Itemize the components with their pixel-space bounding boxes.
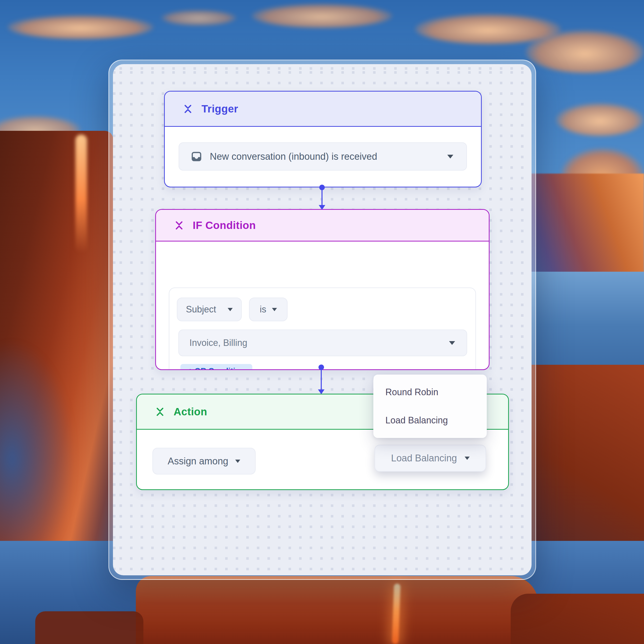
condition-field-value: Subject	[186, 304, 221, 315]
canyon-ridge-right	[523, 174, 644, 284]
canyon-rock-bottom-right	[511, 594, 644, 644]
connector-line	[321, 190, 323, 206]
arrow-down-icon	[318, 389, 325, 394]
assign-among-value: Assign among	[168, 456, 228, 467]
connector-dot	[318, 365, 324, 370]
condition-card-header: IF Condition	[156, 210, 489, 241]
cloud	[8, 15, 153, 39]
chevron-down-icon	[228, 308, 233, 311]
add-or-condition-button[interactable]: + OR Condition	[180, 364, 252, 370]
menu-item-round-robin[interactable]: Round Robin	[373, 378, 487, 406]
connector-trigger-to-condition	[318, 185, 326, 210]
connector-line	[321, 370, 322, 390]
strategy-select[interactable]: Load Balancing	[375, 445, 486, 472]
chevron-down-icon	[447, 155, 453, 158]
chevron-down-icon	[272, 308, 277, 311]
collapse-vertical-icon[interactable]	[182, 103, 193, 114]
chevron-down-icon	[235, 460, 240, 463]
chevron-down-icon	[465, 457, 470, 460]
canyon-cliff-sunlit-edge	[75, 135, 87, 253]
chevron-down-icon	[449, 341, 455, 345]
condition-value-text: Invoice, Billing	[189, 338, 449, 348]
action-card-title: Action	[174, 406, 207, 418]
canyon-rock-bottom	[136, 576, 538, 644]
condition-value-select[interactable]: Invoice, Billing	[178, 330, 467, 356]
cloud	[556, 103, 644, 136]
condition-operator-select[interactable]: is	[249, 298, 288, 321]
trigger-card-title: Trigger	[202, 103, 238, 115]
workflow-canvas: Trigger New conversation (inbound) is re…	[113, 64, 532, 575]
cloud	[252, 4, 392, 28]
connector-condition-to-action	[318, 365, 325, 394]
collapse-vertical-icon[interactable]	[174, 220, 185, 231]
condition-card: IF Condition Subject is Invoice, Billing	[155, 209, 490, 370]
condition-operator-value: is	[260, 304, 266, 315]
canyon-rock-bottom-left	[35, 611, 143, 644]
condition-card-title: IF Condition	[193, 219, 256, 231]
menu-item-load-balancing[interactable]: Load Balancing	[373, 406, 487, 434]
trigger-card-header: Trigger	[165, 92, 481, 127]
trigger-card-body: New conversation (inbound) is received	[165, 127, 481, 187]
arrow-down-icon	[319, 205, 325, 210]
condition-group: Subject is Invoice, Billing + OR Conditi…	[169, 288, 476, 370]
cloud	[161, 10, 236, 25]
assign-among-select[interactable]: Assign among	[152, 448, 256, 474]
inbox-icon	[191, 151, 202, 162]
workflow-panel: Trigger New conversation (inbound) is re…	[108, 60, 536, 580]
cloud	[526, 30, 644, 73]
condition-card-body: Subject is Invoice, Billing + OR Conditi…	[156, 241, 489, 369]
trigger-card: Trigger New conversation (inbound) is re…	[164, 91, 482, 187]
strategy-select-value: Load Balancing	[391, 453, 457, 464]
trigger-event-select[interactable]: New conversation (inbound) is received	[179, 142, 467, 171]
trigger-event-value: New conversation (inbound) is received	[210, 151, 440, 162]
connector-dot	[319, 185, 325, 190]
collapse-vertical-icon[interactable]	[154, 406, 166, 417]
strategy-dropdown-menu: Round Robin Load Balancing	[373, 375, 487, 438]
condition-field-select[interactable]: Subject	[177, 298, 242, 321]
